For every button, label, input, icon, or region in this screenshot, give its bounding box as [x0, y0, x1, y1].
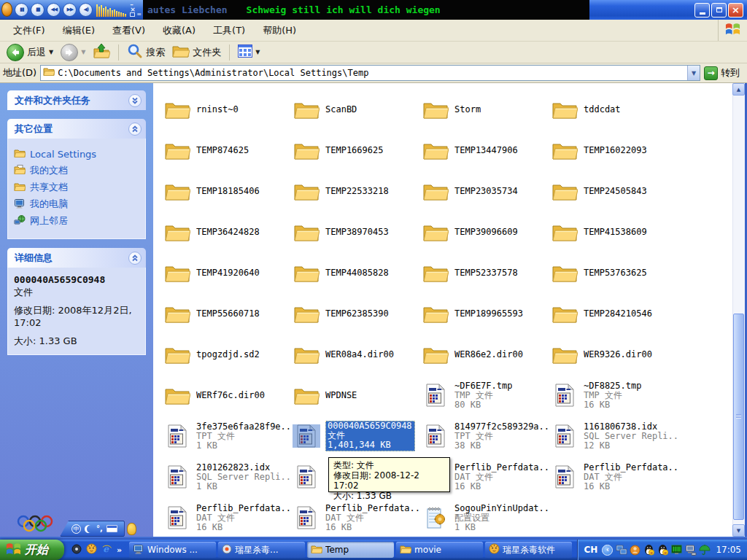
scroll-down-button[interactable]: ▼ [732, 524, 745, 537]
other-places-panel-header[interactable]: 其它位置 [7, 119, 146, 139]
folder-item[interactable]: TEMP44085828 [293, 252, 422, 293]
network-monitors-icon[interactable] [615, 544, 627, 556]
menu-item-3[interactable]: 收藏(A) [154, 21, 204, 40]
folder-item[interactable]: TEMP52337578 [422, 252, 551, 293]
previous-button[interactable]: ◀◀ [47, 3, 61, 17]
folder-item[interactable]: TEMP13447906 [422, 130, 551, 171]
file-item[interactable]: SogouPinYinUpdat...配置设置1 KB [422, 497, 551, 537]
search-button[interactable]: 搜索 [125, 43, 167, 61]
vertical-scrollbar[interactable]: ▲ ▼ [732, 83, 745, 537]
task-button-瑞星杀毒软件[interactable]: 瑞星杀毒软件 [485, 542, 572, 558]
folder-item[interactable]: tddcdat [551, 89, 680, 130]
player-playlist-button[interactable]: ≡ [136, 12, 142, 17]
folder-item[interactable]: TEMP41920640 [163, 252, 293, 293]
views-dropdown-icon[interactable]: ▼ [255, 49, 260, 55]
address-dropdown-button[interactable]: ▼ [687, 66, 700, 80]
sidebar-link-网上邻居[interactable]: 网上邻居 [14, 214, 141, 228]
folder-item[interactable]: TEMP36424828 [163, 211, 293, 252]
folder-item[interactable]: rninst~0 [163, 89, 293, 130]
menu-item-4[interactable]: 工具(T) [204, 21, 254, 40]
folder-item[interactable]: TEMP284210546 [551, 293, 680, 334]
file-tasks-panel-header[interactable]: 文件和文件夹任务 [7, 90, 146, 110]
chevron-down-icon[interactable] [128, 94, 142, 107]
quick-launch-overflow-icon[interactable]: » [117, 545, 122, 555]
sidebar-link-共享文档[interactable]: 共享文档 [14, 181, 141, 194]
up-button[interactable] [90, 43, 112, 61]
qq-penguin-icon[interactable]: e [657, 544, 669, 556]
minimize-button[interactable] [694, 3, 710, 18]
menu-item-5[interactable]: 帮助(H) [254, 21, 305, 40]
file-item[interactable]: 3fe375e6faa28f9e...TPT 文件1 KB [163, 416, 293, 456]
forward-button[interactable]: ▼ [58, 44, 88, 61]
file-item[interactable]: Perflib_Perfdata...DAT 文件16 KB [163, 497, 293, 537]
stop-button[interactable]: ■ [31, 3, 44, 17]
task-button-Windows ...[interactable]: Windows ... [129, 542, 216, 558]
ime-mascot-icon[interactable] [127, 523, 136, 535]
folder-item[interactable]: TEMP874625 [163, 130, 293, 171]
back-dropdown-icon[interactable]: ▼ [49, 49, 53, 55]
sidebar-link-我的电脑[interactable]: 我的电脑 [14, 198, 141, 211]
file-item[interactable]: 814977f2c589329a...TPT 文件38 KB [422, 416, 551, 456]
volume-button[interactable]: ◀) [79, 3, 93, 17]
folder-item[interactable]: TEMP22533218 [293, 171, 422, 211]
file-item[interactable]: ~DF6E7F.tmpTMP 文件80 KB [422, 375, 551, 416]
folder-item[interactable]: WERf76c.dir00 [163, 375, 293, 416]
player-restore-button[interactable] [130, 12, 135, 17]
task-button-瑞星杀毒...[interactable]: 瑞星杀毒... [218, 542, 305, 558]
media-player-icon[interactable] [71, 543, 82, 557]
go-button[interactable]: → 转到 [704, 66, 744, 80]
close-button[interactable]: × [728, 3, 743, 18]
sidebar-link-我的文档[interactable]: 我的文档 [14, 164, 141, 177]
folder-item[interactable]: TEMP189965593 [422, 293, 551, 334]
folders-button[interactable]: 文件夹 [170, 44, 223, 61]
pause-button[interactable]: ▮▮ [15, 3, 28, 17]
qq-penguin-icon[interactable]: e [643, 544, 655, 556]
file-item[interactable]: 2101262823.idxSQL Server Repli...1 KB [163, 456, 293, 497]
folder-item[interactable]: TEMP23035734 [422, 171, 551, 211]
tiger-icon[interactable] [86, 543, 97, 557]
task-button-Temp[interactable]: Temp [307, 542, 394, 558]
file-item[interactable]: Perflib_Perfdata...DAT 文件16 KB [293, 497, 422, 537]
folder-item[interactable]: TEMP18185406 [163, 171, 293, 211]
folder-item[interactable]: WER08a4.dir00 [293, 334, 422, 375]
scroll-up-button[interactable]: ▲ [732, 83, 745, 96]
chevron-up-icon[interactable] [128, 122, 142, 136]
start-button[interactable]: 开始 [0, 540, 64, 560]
sidebar-link-Local Settings[interactable]: Local Settings [14, 148, 141, 160]
folder-item[interactable]: WER86e2.dir00 [422, 334, 551, 375]
green-display-icon[interactable] [670, 544, 683, 556]
file-item[interactable]: ~DF8825.tmpTMP 文件16 KB [551, 375, 680, 416]
folder-item[interactable]: TEMP16022093 [551, 130, 680, 171]
folder-item[interactable]: TEMP55660718 [163, 293, 293, 334]
computer-network-icon[interactable] [684, 544, 697, 556]
folder-item[interactable]: WER9326.dir00 [551, 334, 680, 375]
restore-button[interactable] [711, 3, 727, 18]
menu-item-2[interactable]: 查看(V) [104, 21, 154, 40]
folder-item[interactable]: TEMP62385390 [293, 293, 422, 334]
chevron-up-icon[interactable] [128, 252, 142, 265]
ime-fullwidth-icon[interactable] [85, 525, 93, 533]
folder-item[interactable]: Storm [422, 89, 551, 130]
folder-item[interactable]: TEMP38970453 [293, 211, 422, 252]
ime-keyboard-icon[interactable] [107, 525, 117, 532]
folder-item[interactable]: TEMP41538609 [551, 211, 680, 252]
folder-item[interactable]: TEMP24505843 [551, 171, 680, 211]
details-panel-header[interactable]: 详细信息 [7, 248, 146, 268]
language-indicator[interactable]: CH [584, 545, 598, 555]
folder-item[interactable]: WPDNSE [293, 375, 422, 416]
umbrella-icon[interactable] [698, 544, 711, 556]
folder-item[interactable]: TEMP53763625 [551, 252, 680, 293]
folder-item[interactable]: TEMP1669625 [293, 130, 422, 171]
internet-explorer-icon[interactable]: e [101, 543, 112, 557]
folder-item[interactable]: tpogzdjd.sd2 [163, 334, 293, 375]
file-item[interactable]: 1161806738.idxSQL Server Repli...12 KB [551, 416, 680, 456]
file-item[interactable]: Perflib_Perfdata...DAT 文件16 KB [551, 456, 680, 497]
menu-item-0[interactable]: 文件(F) [4, 21, 54, 40]
menu-item-1[interactable]: 编辑(E) [54, 21, 104, 40]
folder-item[interactable]: ScanBD [293, 89, 422, 130]
file-item[interactable]: 000040A5659C0948文件1,401,344 KB [293, 416, 422, 456]
ime-toolbar[interactable]: 中 °, [60, 521, 125, 537]
folder-item[interactable]: TEMP39096609 [422, 211, 551, 252]
views-button[interactable]: ▼ [236, 44, 262, 60]
ime-chinese-mode-icon[interactable]: 中 [71, 524, 81, 534]
